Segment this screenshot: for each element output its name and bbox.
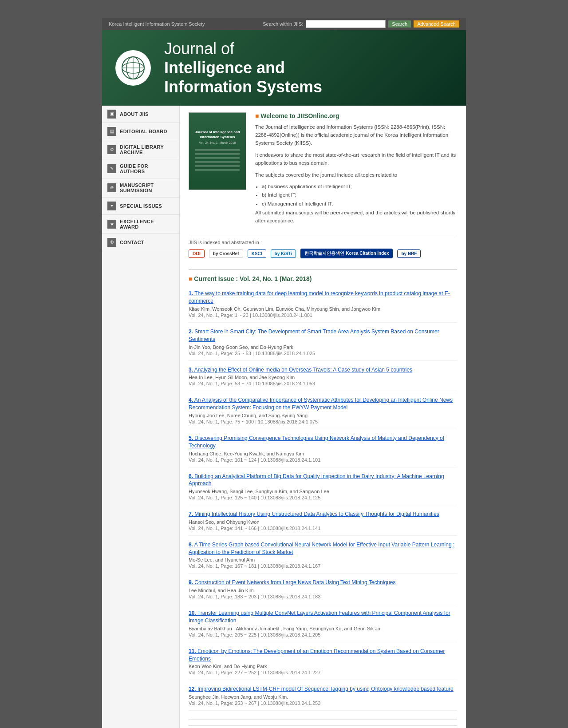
page-wrapper: Korea Intelligent Information System Soc… (102, 18, 466, 728)
article-title-5[interactable]: 5. Discovering Promising Convergence Tec… (189, 435, 457, 450)
crossref-logo: by CrossRef (209, 249, 243, 258)
sidebar-item-manuscript[interactable]: ⊚ MANUSCRIPT SUBMISSION (102, 178, 179, 198)
article-authors-12: Seunghee Jin, Heewon Jang, and Wooju Kim… (189, 694, 457, 700)
article-meta-12: Vol. 24, No. 1, Page: 253 ~ 267 | 10.130… (189, 700, 457, 706)
search-label: Search within JIIS: (263, 21, 303, 27)
article-meta-4: Vol. 24, No. 1, Page: 75 ~ 100 | 10.1308… (189, 419, 457, 424)
article-title-11[interactable]: 11. Emoticon by Emotions: The Developmen… (189, 648, 457, 663)
article-meta-1: Vol. 24, No. 1, Page: 1 ~ 23 | 10.13088/… (189, 313, 457, 318)
article-title-7[interactable]: 7. Mining Intellectual History Using Uns… (189, 510, 457, 518)
digital-icon: ⊙ (107, 145, 116, 154)
article-authors-2: In-Jin Yoo, Bong-Goon Seo, and Do-Hyung … (189, 344, 457, 350)
cover-issue: Vol. 24, No. 1, March 2018 (199, 141, 236, 144)
correspondence-divider (189, 720, 457, 720)
article-title-3[interactable]: 3. Analyzing the Effect of Online media … (189, 366, 457, 374)
nrf-logo: by NRF (397, 249, 421, 258)
article-authors-11: Keon-Woo Kim, and Do-Hyung Park (189, 664, 457, 669)
title-line2: Intelligence and (164, 59, 285, 77)
article-meta-5: Vol. 24, No. 1, Page: 101 ~ 124 | 10.130… (189, 457, 457, 463)
article-title-6[interactable]: 6. Building an Analytical Platform of Bi… (189, 473, 457, 488)
cover-title: Journal of Intelligence and Information … (193, 130, 242, 139)
kci-logo: 한국학술지인용색인 Korea Citation Index (300, 249, 393, 258)
article-meta-8: Vol. 24, No. 1, Page: 167 ~ 181 | 10.130… (189, 563, 457, 569)
title-line1: Journal of (164, 40, 234, 58)
cover-image: Journal of Intelligence and Information … (189, 112, 246, 190)
article-item-6: 6. Building an Analytical Platform of Bi… (189, 473, 457, 506)
article-title-2[interactable]: 2. Smart Store in Smart City: The Develo… (189, 328, 457, 343)
main-content: Journal of Intelligence and Information … (180, 106, 466, 728)
article-title-9[interactable]: 9. Construction of Event Networks from L… (189, 579, 457, 586)
search-button[interactable]: Search (388, 20, 411, 28)
article-item-7: 7. Mining Intellectual History Using Uns… (189, 510, 457, 536)
article-meta-2: Vol. 24, No. 1, Page: 25 ~ 53 | 10.13088… (189, 351, 457, 356)
article-meta-6: Vol. 24, No. 1, Page: 125 ~ 140 | 10.130… (189, 495, 457, 500)
special-icon: ✦ (107, 202, 116, 210)
article-authors-1: Kitae Kim, Wonseok Oh, Geunwon Lim, Eunw… (189, 306, 457, 312)
sidebar-item-editorial[interactable]: ▤ EDITORIAL BOARD (102, 123, 179, 140)
article-authors-9: Lee Minchul, and Hea-Jin Kim (189, 588, 457, 593)
article-item-5: 5. Discovering Promising Convergence Tec… (189, 435, 457, 467)
special-label: SPECIAL ISSUES (120, 203, 162, 209)
digital-label: DIGITAL LIBRARY ARCHIVE (120, 144, 174, 155)
welcome-p4: All submitted manuscripts will be peer-r… (255, 209, 457, 225)
article-authors-5: Hochang Choe, Kee-Young Kwahk, and Namgy… (189, 451, 457, 456)
article-meta-9: Vol. 24, No. 1, Page: 183 ~ 203 | 10.130… (189, 594, 457, 599)
welcome-section: Journal of Intelligence and Information … (189, 112, 457, 229)
article-item-9: 9. Construction of Event Networks from L… (189, 579, 457, 604)
topic-3: c) Management of Intelligent IT. (262, 200, 457, 209)
article-list: Current Issue : Vol. 24, No. 1 (Mar. 201… (189, 275, 457, 711)
journal-title: Journal of Intelligence and Information … (164, 39, 322, 97)
welcome-topics: a) business applications of intelligent … (255, 182, 457, 209)
site-logo (115, 50, 151, 86)
sidebar-item-about[interactable]: ▣ ABOUT JIIS (102, 106, 179, 123)
topic-1: a) business applications of intelligent … (262, 182, 457, 191)
sidebar-item-special[interactable]: ✦ SPECIAL ISSUES (102, 198, 179, 215)
article-authors-7: Hansol Seo, and Ohbyung Kwon (189, 519, 457, 525)
article-item-11: 11. Emoticon by Emotions: The Developmen… (189, 648, 457, 681)
article-authors-10: Byambajav Batkhuu , Alikhanov Jumabekl ,… (189, 626, 457, 631)
main-layout: ▣ ABOUT JIIS ▤ EDITORIAL BOARD ⊙ DIGITAL… (102, 106, 466, 728)
search-bar: Search within JIIS: Search Advanced Sear… (263, 20, 459, 28)
welcome-p1: The Journal of Intelligence and Informat… (255, 123, 457, 147)
sidebar-item-guide[interactable]: ✎ GUIDE FOR AUTHORS (102, 159, 179, 178)
article-meta-3: Vol. 24, No. 1, Page: 53 ~ 74 | 10.13088… (189, 381, 457, 386)
article-title-8[interactable]: 8. A Time Series Graph based Convolution… (189, 541, 457, 556)
article-item-10: 10. Transfer Learning using Multiple Con… (189, 609, 457, 642)
sidebar-item-digital[interactable]: ⊙ DIGITAL LIBRARY ARCHIVE (102, 140, 179, 159)
advanced-search-button[interactable]: Advanced Search (414, 20, 459, 28)
doi-logo: DOI (189, 249, 205, 258)
indexed-label: JIIS is indexed and abstracted in : (189, 240, 457, 245)
indexed-section: JIIS is indexed and abstracted in : DOI … (189, 235, 457, 263)
excellence-label: EXCELLENCE AWARD (120, 219, 174, 229)
about-label: ABOUT JIIS (120, 111, 149, 117)
article-title-10[interactable]: 10. Transfer Learning using Multiple Con… (189, 609, 457, 625)
topic-2: b) Intelligent IT; (262, 191, 457, 200)
article-title-4[interactable]: 4. An Analysis of the Comparative Import… (189, 396, 457, 411)
welcome-p3: The subjects covered by the journal incl… (255, 171, 457, 179)
top-bar: Korea Intelligent Information System Soc… (102, 18, 466, 30)
article-title-1[interactable]: 1. The way to make training data for dee… (189, 290, 457, 305)
manuscript-label: MANUSCRIPT SUBMISSION (120, 182, 174, 193)
article-item-3: 3. Analyzing the Effect of Online media … (189, 366, 457, 392)
article-authors-6: Hyunseok Hwang, Sangil Lee, Sunghyun Kim… (189, 489, 457, 494)
sidebar-item-excellence[interactable]: ★ EXCELLENCE AWARD (102, 215, 179, 234)
editorial-icon: ▤ (107, 127, 116, 136)
indexed-logos: DOI by CrossRef KSCI by KiSTi 한국학술지인용색인 … (189, 249, 457, 258)
contact-label: CONTACT (120, 240, 144, 245)
article-item-12: 12. Improving Bidirectional LSTM-CRF mod… (189, 685, 457, 711)
org-name: Korea Intelligent Information System Soc… (109, 21, 205, 27)
article-authors-8: Mo-Se Lee, and Hyunchul Ahn (189, 557, 457, 562)
sidebar-item-contact[interactable]: ✆ CONTACT (102, 234, 179, 251)
cover-lines (195, 147, 240, 172)
article-title-12[interactable]: 12. Improving Bidirectional LSTM-CRF mod… (189, 685, 457, 693)
article-authors-4: Hyoung-Joo Lee, Nuree Chung, and Sung-By… (189, 413, 457, 418)
excellence-icon: ★ (107, 220, 116, 229)
articles-container: 1. The way to make training data for dee… (189, 290, 457, 711)
logo-icon (120, 55, 146, 81)
article-meta-7: Vol. 24, No. 1, Page: 141 ~ 166 | 10.130… (189, 526, 457, 531)
article-item-8: 8. A Time Series Graph based Convolution… (189, 541, 457, 574)
search-input[interactable] (306, 20, 386, 28)
welcome-p2: It endeavors to share the most state-of-… (255, 151, 457, 167)
editorial-label: EDITORIAL BOARD (120, 129, 167, 134)
correspondence-section: Correspondence If you have any questions… (189, 725, 457, 728)
